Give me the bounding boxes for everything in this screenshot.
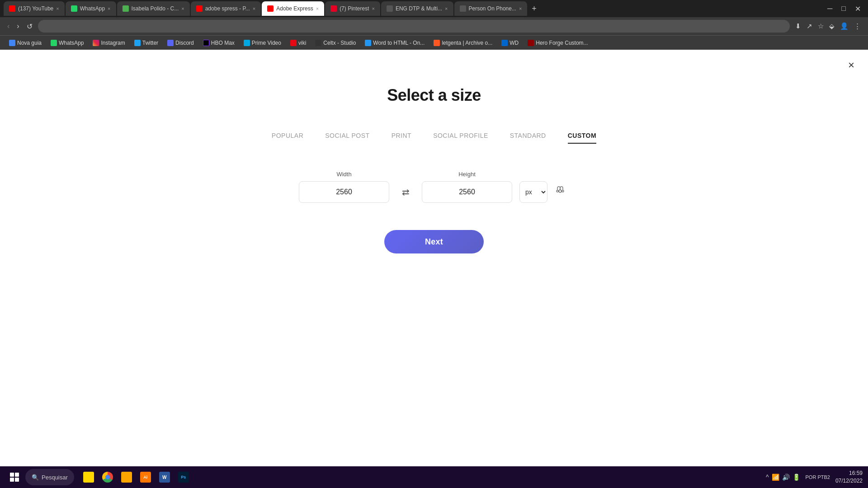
lock-icon bbox=[555, 186, 566, 199]
bookmark-wd[interactable]: WD bbox=[498, 39, 522, 47]
width-input[interactable] bbox=[299, 181, 389, 203]
illustrator-icon: Ai bbox=[140, 472, 151, 483]
taskbar-app-chrome[interactable] bbox=[99, 468, 117, 486]
bookmark-letgenta[interactable]: letgenta | Archive o... bbox=[430, 39, 496, 47]
tab-adobe-spress[interactable]: adobe spress - P... × bbox=[191, 1, 261, 16]
tab-close-youtube[interactable]: × bbox=[56, 6, 59, 11]
tab-label-adobe-spress: adobe spress - P... bbox=[205, 5, 250, 12]
new-tab-button[interactable]: + bbox=[528, 4, 540, 14]
tab-close-person-phone[interactable]: × bbox=[519, 6, 522, 11]
height-input[interactable] bbox=[422, 181, 512, 203]
bookmark-label-primevideo: Prime Video bbox=[252, 40, 281, 46]
bookmark-discord[interactable]: Discord bbox=[164, 39, 198, 47]
bookmark-star-button[interactable]: ☆ bbox=[816, 20, 826, 32]
bookmark-heroforge[interactable]: Hero Forge Custom... bbox=[524, 39, 591, 47]
bookmark-label-instagram: Instagram bbox=[101, 40, 125, 46]
tab-favicon-person-phone bbox=[460, 5, 466, 12]
bookmark-word2html[interactable]: Word to HTML - On... bbox=[361, 39, 428, 47]
volume-icon[interactable]: 🔊 bbox=[782, 474, 790, 481]
tab-close-whatsapp[interactable]: × bbox=[108, 6, 110, 11]
start-button[interactable] bbox=[5, 468, 24, 486]
size-tabs-row: POPULAR SOCIAL POST PRINT SOCIAL PROFILE… bbox=[272, 132, 596, 144]
clock: 16:59 07/12/2022 bbox=[835, 469, 863, 485]
bookmark-icon-discord bbox=[167, 40, 174, 46]
bookmark-icon-wd bbox=[501, 40, 508, 46]
taskbar-app-photoshop[interactable]: Ps bbox=[175, 468, 193, 486]
taskbar-app-illustrator[interactable]: Ai bbox=[137, 468, 155, 486]
next-button[interactable]: Next bbox=[384, 230, 484, 253]
page-title: Select a size bbox=[387, 86, 481, 105]
refresh-button[interactable]: ↺ bbox=[25, 20, 34, 33]
tab-print[interactable]: PRINT bbox=[392, 132, 412, 144]
close-dialog-button[interactable]: × bbox=[848, 59, 854, 71]
tab-close-pinterest[interactable]: × bbox=[372, 6, 374, 11]
taskbar-app-fileexplorer[interactable] bbox=[80, 468, 98, 486]
tab-youtube[interactable]: (137) YouTube × bbox=[4, 1, 65, 16]
tab-close-adobe-spress[interactable]: × bbox=[253, 6, 255, 11]
forward-button[interactable]: › bbox=[15, 20, 21, 32]
bookmark-whatsapp[interactable]: WhatsApp bbox=[47, 39, 87, 47]
download-button[interactable]: ⬇ bbox=[793, 20, 803, 32]
bookmark-icon-instagram bbox=[93, 40, 99, 46]
share-button[interactable]: ↗ bbox=[805, 20, 814, 32]
taskbar-app-word[interactable]: W bbox=[156, 468, 174, 486]
close-window-button[interactable]: ✕ bbox=[851, 3, 864, 15]
menu-button[interactable]: ⋮ bbox=[852, 20, 863, 32]
minimize-button[interactable]: ─ bbox=[824, 3, 836, 15]
tab-social-post[interactable]: SOCIAL POST bbox=[325, 132, 369, 144]
main-content: × Select a size POPULAR SOCIAL POST PRIN… bbox=[0, 50, 868, 466]
expand-tray-icon[interactable]: ^ bbox=[766, 474, 769, 481]
swap-dimensions-button[interactable]: ⇄ bbox=[396, 181, 415, 203]
taskbar-search[interactable]: 🔍 Pesquisar bbox=[25, 469, 74, 485]
tab-custom[interactable]: CUSTOM bbox=[568, 132, 596, 144]
bookmark-primevideo[interactable]: Prime Video bbox=[240, 39, 285, 47]
profile-button[interactable]: 👤 bbox=[838, 20, 850, 32]
bookmark-instagram[interactable]: Instagram bbox=[89, 39, 128, 47]
tab-standard[interactable]: STANDARD bbox=[510, 132, 546, 144]
photoshop-icon: Ps bbox=[178, 472, 189, 483]
bookmark-nova-guia[interactable]: Nova guia bbox=[5, 39, 45, 47]
width-label: Width bbox=[299, 171, 389, 178]
battery-icon[interactable]: 🔋 bbox=[793, 474, 800, 481]
bookmark-celtx[interactable]: Celtx - Studio bbox=[311, 39, 359, 47]
bookmark-icon-heroforge bbox=[528, 40, 534, 46]
lock-aspect-ratio-button[interactable] bbox=[551, 183, 569, 201]
taskbar-time-value: 16:59 bbox=[835, 469, 863, 477]
bookmark-label-twitter: Twitter bbox=[142, 40, 158, 46]
bookmark-viki[interactable]: viki bbox=[287, 39, 310, 47]
tab-close-eng-dtp[interactable]: × bbox=[445, 6, 448, 11]
tab-social-profile[interactable]: SOCIAL PROFILE bbox=[433, 132, 488, 144]
back-button[interactable]: ‹ bbox=[5, 20, 11, 32]
bookmark-hbo[interactable]: HBO Max bbox=[199, 39, 238, 47]
taskbar-search-label: Pesquisar bbox=[42, 474, 68, 481]
tab-favicon-adobe-spress bbox=[196, 5, 203, 12]
tab-favicon-adobe-express bbox=[267, 5, 274, 12]
bookmarks-bar: Nova guia WhatsApp Instagram Twitter Dis… bbox=[0, 35, 868, 50]
bookmark-twitter[interactable]: Twitter bbox=[131, 39, 162, 47]
tab-label-youtube: (137) YouTube bbox=[18, 5, 53, 12]
height-label: Height bbox=[422, 171, 512, 178]
tab-whatsapp[interactable]: WhatsApp × bbox=[66, 1, 116, 16]
tab-person-phone[interactable]: Person On Phone... × bbox=[454, 1, 528, 16]
url-input[interactable]: express.adobe.com/sp/design/post/new?wor… bbox=[38, 20, 790, 33]
maximize-button[interactable]: □ bbox=[838, 3, 849, 15]
tab-favicon-youtube bbox=[9, 5, 15, 12]
tab-adobe-express[interactable]: Adobe Express × bbox=[262, 1, 324, 16]
tab-eng-dtp[interactable]: ENG DTP & Multi... × bbox=[381, 1, 453, 16]
bookmark-icon-hbo bbox=[203, 40, 209, 46]
extensions-button[interactable]: ⬙ bbox=[827, 20, 836, 32]
tab-popular[interactable]: POPULAR bbox=[272, 132, 303, 144]
tab-isabela[interactable]: Isabela Polido - C... × bbox=[117, 1, 190, 16]
bookmark-label-celtx: Celtx - Studio bbox=[323, 40, 356, 46]
height-field-group: Height bbox=[422, 171, 512, 203]
tab-label-eng-dtp: ENG DTP & Multi... bbox=[396, 5, 442, 12]
tab-close-isabela[interactable]: × bbox=[181, 6, 184, 11]
tab-close-adobe-express[interactable]: × bbox=[316, 6, 319, 11]
network-icon[interactable]: 📶 bbox=[772, 474, 779, 481]
unit-select[interactable]: px in cm mm bbox=[519, 181, 547, 203]
taskbar: 🔍 Pesquisar Ai W Ps ^ 📶 🔊 🔋 POR PTB2 bbox=[0, 466, 868, 488]
tab-bar: (137) YouTube × WhatsApp × Isabela Polid… bbox=[0, 0, 868, 17]
tab-label-isabela: Isabela Polido - C... bbox=[132, 5, 179, 12]
taskbar-app-folder[interactable] bbox=[118, 468, 136, 486]
tab-pinterest[interactable]: (7) Pinterest × bbox=[325, 1, 380, 16]
